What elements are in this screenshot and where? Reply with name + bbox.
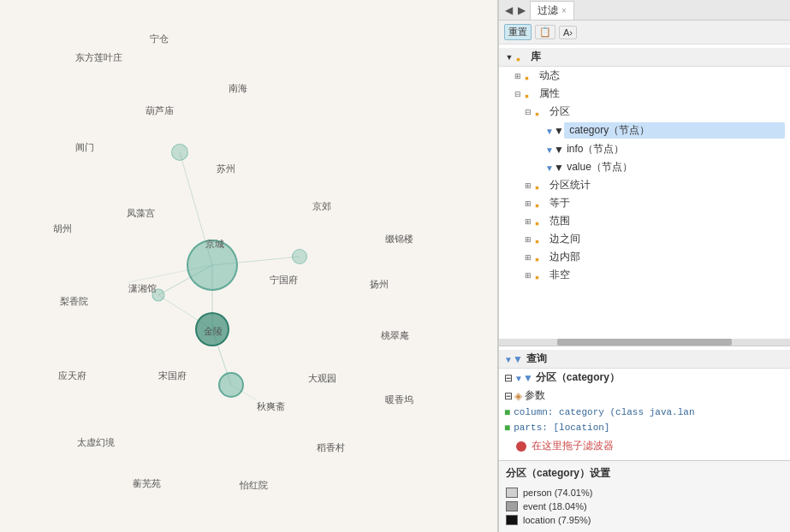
map-label: 宋国府 xyxy=(158,369,187,382)
tab-nav-prev[interactable]: ◀ xyxy=(502,4,515,16)
value-expand-icon xyxy=(533,163,543,173)
range-label: 范围 xyxy=(549,214,785,228)
library-folder-icon xyxy=(516,52,528,62)
tree-item-category[interactable]: ▼ category（节点） xyxy=(499,121,790,140)
map-label: 秋爽斋 xyxy=(257,400,285,413)
library-header[interactable]: ▼ 库 xyxy=(499,48,790,67)
tree-item-info[interactable]: ▼ info（节点） xyxy=(499,140,790,158)
legend-item-event[interactable]: event (18.04%) xyxy=(506,499,783,513)
map-label: 怡红院 xyxy=(240,479,268,492)
legend-color-box xyxy=(506,501,518,511)
map-label: 葫芦庙 xyxy=(146,104,174,117)
query-header-label: 查询 xyxy=(526,352,547,366)
filter-placeholder: 在这里拖子滤波器 xyxy=(499,435,790,457)
map-node[interactable] xyxy=(218,372,244,398)
map-label: 胡州 xyxy=(53,222,72,235)
legend-item-location[interactable]: location (7.95%) xyxy=(506,513,783,527)
tree-item-attributes[interactable]: ⊟ 属性 xyxy=(499,85,790,103)
notnull-folder-icon xyxy=(535,270,547,281)
copy-icon: 📋 xyxy=(539,27,551,37)
tree-item-between[interactable]: ⊞ 边之间 xyxy=(499,230,790,248)
query-params-expand: ⊟ xyxy=(504,390,513,402)
equal-label: 等于 xyxy=(549,196,785,210)
map-label: 宁仓 xyxy=(150,33,169,45)
map-label: 应天府 xyxy=(58,369,86,382)
range-expand-icon: ⊞ xyxy=(523,216,533,227)
param2-text: parts: [location] xyxy=(514,423,609,433)
category-expand-icon xyxy=(533,126,543,136)
info-filter-icon: ▼ xyxy=(545,144,564,156)
query-partition-label: 分区（category） xyxy=(536,370,620,385)
map-label: 阊门 xyxy=(75,141,94,154)
tab-filter[interactable]: 过滤 × xyxy=(530,1,574,20)
map-node[interactable] xyxy=(195,312,229,346)
query-partition-filter-icon: ▼ xyxy=(514,372,533,384)
map-label: 梨香院 xyxy=(60,295,88,308)
reset-button[interactable]: 重置 xyxy=(504,24,532,40)
tree-item-value[interactable]: ▼ value（节点） xyxy=(499,158,790,176)
legend-container: person (74.01%) event (18.04%) location … xyxy=(506,486,783,527)
tab-bar: ◀ ▶ 过滤 × xyxy=(499,0,790,21)
tree-item-partition[interactable]: ⊟ 分区 xyxy=(499,103,790,121)
param1-text: column: category (class java.lan xyxy=(514,407,694,417)
category-label: category（节点） xyxy=(564,122,785,139)
tab-nav-next[interactable]: ▶ xyxy=(515,4,528,16)
query-param2: ■ parts: [location] xyxy=(499,420,790,435)
tree-item-notnull[interactable]: ⊞ 非空 xyxy=(499,266,790,284)
map-label: 大观园 xyxy=(308,372,336,385)
map-label: 缀锦楼 xyxy=(385,233,413,245)
notnull-expand-icon: ⊞ xyxy=(523,270,533,281)
map-label: 暖香坞 xyxy=(385,393,413,406)
equal-expand-icon: ⊞ xyxy=(523,198,533,209)
partition-stats-label: 分区统计 xyxy=(549,178,785,192)
partition-folder-icon xyxy=(535,107,547,117)
tree-item-dynamic[interactable]: ⊞ 动态 xyxy=(499,67,790,85)
map-node[interactable] xyxy=(292,249,307,264)
map-label: 凤藻宫 xyxy=(127,207,155,220)
tab-close-btn[interactable]: × xyxy=(561,6,567,15)
copy-button[interactable]: 📋 xyxy=(535,25,555,39)
map-label: 东方莲叶庄 xyxy=(75,51,122,64)
attributes-expand-icon: ⊟ xyxy=(513,89,523,99)
query-partition-item[interactable]: ⊟ ▼ 分区（category） xyxy=(499,369,790,387)
query-param1: ■ column: category (class java.lan xyxy=(499,405,790,420)
query-params-label: 参数 xyxy=(525,388,545,403)
query-params-icon: ◈ xyxy=(514,390,522,402)
tab-filter-label: 过滤 xyxy=(538,3,558,18)
info-label: info（节点） xyxy=(564,142,785,157)
value-label: value（节点） xyxy=(564,160,785,174)
scrollbar-area[interactable] xyxy=(499,339,790,346)
inside-expand-icon: ⊞ xyxy=(523,252,533,263)
tree-item-inside[interactable]: ⊞ 边内部 xyxy=(499,248,790,266)
between-label: 边之间 xyxy=(549,232,785,246)
map-node[interactable] xyxy=(152,289,165,302)
value-filter-icon: ▼ xyxy=(545,162,564,174)
map-label: 宁国府 xyxy=(270,274,298,287)
inside-folder-icon xyxy=(535,252,547,263)
map-label: 太虚幻境 xyxy=(77,436,115,449)
query-params-header[interactable]: ⊟ ◈ 参数 xyxy=(499,387,790,405)
library-label: 库 xyxy=(531,50,785,64)
map-node[interactable] xyxy=(171,144,188,161)
attributes-folder-icon xyxy=(525,89,537,99)
map-label: 京郊 xyxy=(312,200,331,213)
map-label: 扬州 xyxy=(370,278,389,291)
text-button[interactable]: A› xyxy=(559,26,577,39)
attributes-label: 属性 xyxy=(539,86,785,101)
tree-item-equal[interactable]: ⊞ 等于 xyxy=(499,194,790,212)
text-icon: A› xyxy=(563,27,573,38)
map-label: 桃翠庵 xyxy=(381,329,409,342)
filter-dot-icon xyxy=(516,441,526,452)
map-canvas: 宁仓东方莲叶庄南海葫芦庙阊门苏州凤藻宫胡州京城京郊缀锦楼潇湘馆宁国府扬州梨香院金… xyxy=(0,0,497,532)
legend-item-person[interactable]: person (74.01%) xyxy=(506,486,783,499)
dynamic-folder-icon xyxy=(525,71,537,81)
query-header: ▼ 查询 xyxy=(499,350,790,369)
map-label: 稻香村 xyxy=(317,441,345,454)
map-node[interactable] xyxy=(187,239,238,291)
category-filter-icon: ▼ xyxy=(545,125,564,137)
toolbar: 重置 📋 A› xyxy=(499,21,790,44)
param1-dot: ■ xyxy=(504,406,510,418)
tree-item-range[interactable]: ⊞ 范围 xyxy=(499,212,790,230)
between-expand-icon: ⊞ xyxy=(523,234,533,245)
tree-item-partition-stats[interactable]: ⊞ 分区统计 xyxy=(499,176,790,194)
